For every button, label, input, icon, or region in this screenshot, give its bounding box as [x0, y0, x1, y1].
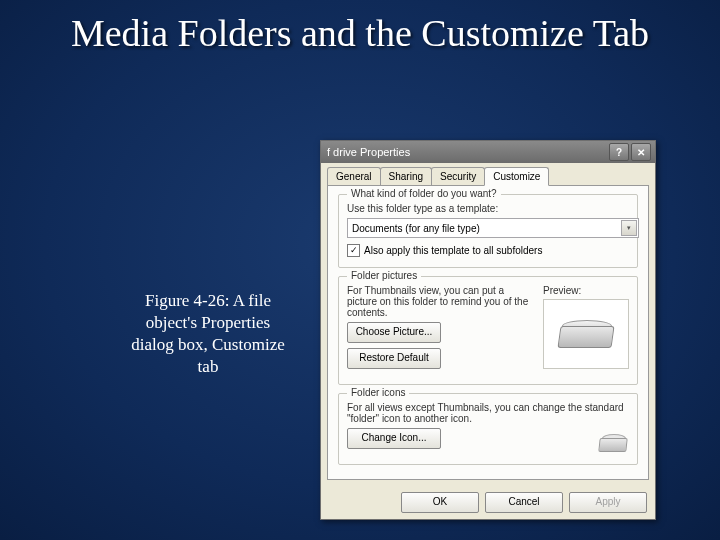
tab-panel: What kind of folder do you want? Use thi… [327, 185, 649, 480]
figure-caption: Figure 4-26: A file object's Properties … [128, 290, 288, 378]
properties-dialog: f drive Properties ? ✕ General Sharing S… [320, 140, 656, 520]
icons-instruction: For all views except Thumbnails, you can… [347, 402, 629, 424]
template-select-value: Documents (for any file type) [352, 223, 480, 234]
template-instruction: Use this folder type as a template: [347, 203, 629, 214]
checkbox-label: Also apply this template to all subfolde… [364, 245, 542, 256]
close-button[interactable]: ✕ [631, 143, 651, 161]
tab-security[interactable]: Security [431, 167, 485, 185]
preview-box [543, 299, 629, 369]
template-select[interactable]: Documents (for any file type) ▾ [347, 218, 639, 238]
slide-title: Media Folders and the Customize Tab [0, 12, 720, 56]
cancel-button[interactable]: Cancel [485, 492, 563, 513]
tab-customize[interactable]: Customize [484, 167, 549, 186]
tab-general[interactable]: General [327, 167, 381, 185]
dialog-button-row: OK Cancel Apply [321, 486, 655, 519]
apply-subfolders-checkbox[interactable]: ✓ Also apply this template to all subfol… [347, 244, 629, 257]
tab-sharing[interactable]: Sharing [380, 167, 432, 185]
tab-strip: General Sharing Security Customize [321, 163, 655, 185]
choose-picture-button[interactable]: Choose Picture... [347, 322, 441, 343]
group1-legend: What kind of folder do you want? [347, 188, 501, 199]
drive-icon [557, 318, 615, 350]
preview-label: Preview: [543, 285, 629, 296]
group2-legend: Folder pictures [347, 270, 421, 281]
folder-pictures-group: Folder pictures For Thumbnails view, you… [338, 276, 638, 385]
help-button[interactable]: ? [609, 143, 629, 161]
pictures-instruction: For Thumbnails view, you can put a pictu… [347, 285, 533, 318]
dialog-title: f drive Properties [325, 146, 607, 158]
folder-icons-group: Folder icons For all views except Thumbn… [338, 393, 638, 465]
group3-legend: Folder icons [347, 387, 409, 398]
folder-icon-preview [599, 428, 629, 454]
folder-type-group: What kind of folder do you want? Use thi… [338, 194, 638, 268]
apply-button[interactable]: Apply [569, 492, 647, 513]
chevron-down-icon: ▾ [621, 220, 637, 236]
ok-button[interactable]: OK [401, 492, 479, 513]
checkmark-icon: ✓ [347, 244, 360, 257]
restore-default-button[interactable]: Restore Default [347, 348, 441, 369]
change-icon-button[interactable]: Change Icon... [347, 428, 441, 449]
titlebar: f drive Properties ? ✕ [321, 141, 655, 163]
